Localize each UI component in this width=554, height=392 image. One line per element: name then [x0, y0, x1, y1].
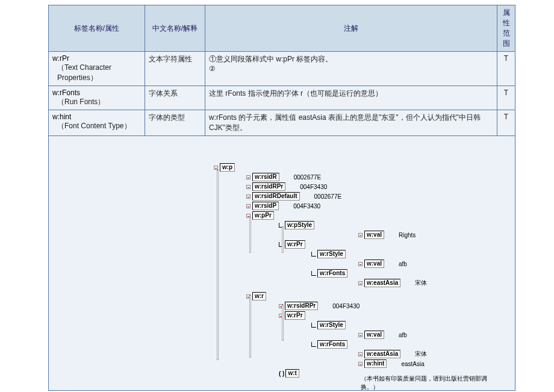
- tree-node: w:rsidR0002677E: [246, 172, 503, 182]
- node-label: w:eastAsia: [364, 350, 400, 358]
- table-row: w:rPr （Text Character Properties） 文本字符属性…: [49, 52, 515, 86]
- tree-corner-icon: [311, 271, 316, 276]
- node-label: w:r: [252, 292, 266, 300]
- tree-node: w:pStyle: [279, 220, 503, 230]
- tree-node: w:valRights: [358, 230, 503, 240]
- tree-corner-icon: [311, 252, 316, 257]
- tree-node: w:rStyle: [311, 249, 503, 259]
- node-value: 宋体: [415, 279, 427, 287]
- cell-range: T: [497, 110, 515, 136]
- node-value: eastAsia: [401, 361, 424, 367]
- collapse-icon: [246, 175, 251, 179]
- tag-sub: （Text Character Properties）: [57, 63, 141, 83]
- tree-node: w:rsidRDefault0002677E: [246, 191, 503, 201]
- tree-node: w:rPr: [279, 311, 503, 320]
- node-value: 004F3430: [300, 184, 327, 190]
- collapse-icon: [358, 262, 363, 266]
- node-label: w:rPr: [285, 311, 305, 320]
- tree-node: w:rFonts: [311, 269, 503, 278]
- cell-tag: w:hint （Font Content Type）: [49, 110, 145, 136]
- node-label: w:val: [364, 331, 384, 339]
- annot-line: ①意义同段落样式中 w:pPr 标签内容。: [209, 54, 493, 64]
- document-page: 标签名称/属性 中文名称/解释 注解 属性范围 w:rPr （Text Char…: [48, 5, 515, 391]
- cell-tag: w:rPr （Text Character Properties）: [49, 52, 145, 86]
- annot-line: ②: [209, 64, 493, 73]
- node-label: w:hint: [364, 359, 387, 368]
- collapse-icon: [246, 194, 251, 199]
- node-label: w:rsidRDefault: [252, 192, 300, 201]
- node-value: 004F3430: [293, 203, 320, 210]
- node-value: afb: [399, 261, 407, 267]
- table-row: w:rFonts （Run Fonts） 字体关系 这里 rFonts 指示使用…: [49, 86, 515, 110]
- node-value: 宋体: [415, 350, 427, 358]
- node-label: w:rFonts: [317, 269, 347, 278]
- node-label: w:rsidRPr: [252, 182, 285, 191]
- node-label: w:t: [285, 369, 299, 378]
- header-tag: 标签名称/属性: [49, 5, 145, 52]
- node-label: w:rStyle: [317, 321, 346, 329]
- node-label: w:p: [220, 163, 235, 172]
- collapse-icon: [358, 362, 363, 366]
- tree-vbar: [217, 170, 219, 360]
- node-label: w:rsidP: [252, 202, 279, 210]
- cell-cn: 字体关系: [145, 86, 205, 110]
- collapse-icon: [246, 204, 251, 208]
- node-label: w:pPr: [252, 211, 274, 220]
- header-range: 属性范围: [497, 5, 515, 52]
- tree-node: w:hinteastAsia: [358, 359, 503, 369]
- tag-attribute-table: 标签名称/属性 中文名称/解释 注解 属性范围 w:rPr （Text Char…: [48, 5, 515, 391]
- tree-corner-icon: [311, 323, 316, 328]
- tree-node: w:r: [246, 291, 503, 301]
- tree-node: w:rFonts: [311, 340, 503, 349]
- collapse-icon: [358, 233, 363, 237]
- tree-vbar: [282, 305, 284, 341]
- collapse-icon: [358, 281, 363, 285]
- table-row: w:hint （Font Content Type） 字体的类型 w:rFont…: [49, 110, 515, 136]
- node-label: w:eastAsia: [364, 279, 400, 287]
- tree-vbar: [249, 217, 251, 253]
- node-value: Rights: [399, 232, 416, 238]
- collapse-icon: [246, 185, 251, 189]
- cell-cn: 文本字符属性: [145, 52, 205, 86]
- tree-node: w:eastAsia宋体: [358, 349, 503, 359]
- node-label: w:rsidR: [252, 173, 279, 181]
- tree-node: w:valafb: [358, 330, 503, 340]
- footnote-text: （本书如有印装质量问题，请到出版社营销部调换。）: [361, 378, 503, 388]
- node-label: w:rFonts: [317, 340, 347, 349]
- tree-vbar: [282, 226, 284, 253]
- annot-line: 这里 rFonts 指示使用的字体 r（也可能是运行的意思）: [209, 89, 493, 99]
- tree-node: w:rStyle: [311, 320, 503, 330]
- node-label: w:pStyle: [285, 221, 314, 229]
- table-row-tree: w:p w:rsidR0002677E w:rsidRPr004F3430 w:…: [49, 136, 515, 391]
- cell-range: T: [497, 86, 515, 110]
- tree-node: w:valafb: [358, 259, 503, 269]
- cell-annot: 这里 rFonts 指示使用的字体 r（也可能是运行的意思）: [205, 86, 497, 110]
- tree-node: w:p: [214, 163, 503, 172]
- cell-cn: 字体的类型: [145, 110, 205, 136]
- collapse-icon: [358, 352, 363, 356]
- node-label: w:rPr: [285, 240, 305, 249]
- tree-node: w:rsidP004F3430: [246, 201, 503, 211]
- table-header-row: 标签名称/属性 中文名称/解释 注解 属性范围: [49, 5, 515, 52]
- tree-vbar: [249, 295, 251, 358]
- node-label: w:val: [364, 231, 384, 239]
- tree-node: w:rsidRPr004F3430: [279, 301, 503, 311]
- xml-tree: w:p w:rsidR0002677E w:rsidRPr004F3430 w:…: [214, 163, 503, 388]
- node-label: w:rsidRPr: [285, 302, 318, 310]
- tag-sub: （Run Fonts）: [57, 97, 141, 107]
- tag-main: w:hint: [52, 113, 71, 121]
- xml-tree-cell: w:p w:rsidR0002677E w:rsidRPr004F3430 w:…: [49, 136, 515, 391]
- tree-node: w:rPr: [279, 240, 503, 249]
- node-value: 0002677E: [314, 193, 342, 200]
- text-node-icon: ( ): [279, 370, 284, 377]
- cell-range: T: [497, 52, 515, 86]
- tree-node: w:rsidRPr004F3430: [246, 182, 503, 191]
- node-label: w:val: [364, 260, 384, 268]
- node-value: 0002677E: [294, 174, 322, 181]
- header-annot: 注解: [205, 5, 497, 52]
- tag-main: w:rPr: [52, 54, 69, 63]
- tree-node: w:eastAsia宋体: [358, 278, 503, 288]
- tree-node: w:pPr: [246, 211, 503, 220]
- tree-corner-icon: [311, 342, 316, 347]
- cell-annot: w:rFonts 的子元素，属性值 eastAsia 表面上的意思是"东亚"，但…: [205, 110, 497, 136]
